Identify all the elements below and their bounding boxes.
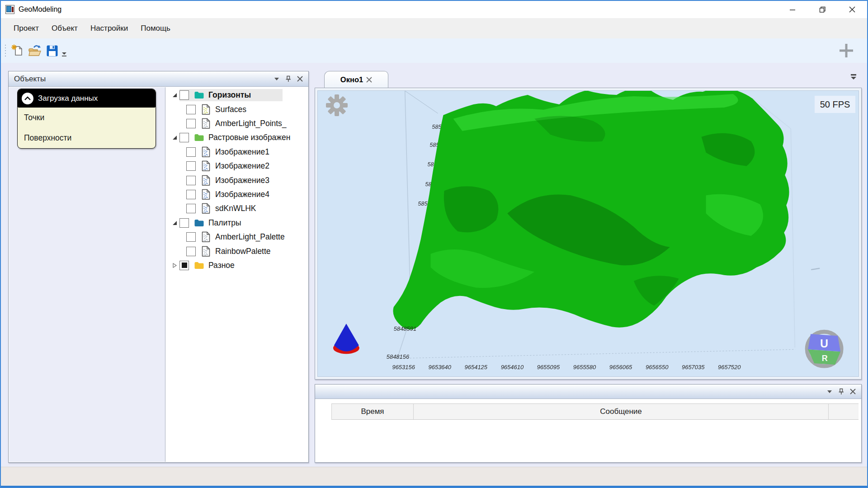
checkbox-izobrazhenie1[interactable] xyxy=(186,147,196,157)
new-project-button[interactable] xyxy=(9,42,26,60)
tree-node-amberlight-palette[interactable]: AmberLight_Palette xyxy=(166,230,308,244)
objects-panel-header[interactable]: Объекты xyxy=(9,71,308,87)
tree-node-amberlight-points[interactable]: AmberLight_Points_ xyxy=(166,117,308,131)
tab-list-dropdown[interactable] xyxy=(850,73,857,82)
checkbox-raznoe[interactable] xyxy=(179,261,189,270)
tree-node-palitry[interactable]: Палитры xyxy=(166,216,308,230)
main-toolbar xyxy=(1,38,867,63)
folder-icon xyxy=(193,91,204,99)
scene-canvas: 585255852058516585125850 58485915848156 xyxy=(318,91,859,376)
corner-axis-label: 5848591 xyxy=(394,325,416,332)
checkbox-surfaces[interactable] xyxy=(186,105,196,114)
x-axis-label: 9653640 xyxy=(429,364,452,371)
add-window-button[interactable] xyxy=(838,42,854,61)
document-icon xyxy=(200,104,211,115)
save-project-button[interactable] xyxy=(43,42,61,60)
toolbar-grip[interactable] xyxy=(5,44,6,57)
object-tree: ГоризонтыSurfacesAmberLight_Points_Растр… xyxy=(166,87,308,462)
window-title: GeoModeling xyxy=(19,5,61,14)
checkbox-rastrovye[interactable] xyxy=(179,133,189,142)
toolbar-overflow-button[interactable] xyxy=(61,51,67,59)
tree-node-sdknwlhk[interactable]: sdKnWLHK xyxy=(166,202,308,216)
column-header-extra xyxy=(829,404,859,419)
accordion-item-surfaces[interactable]: Поверхности xyxy=(18,128,156,148)
data-loading-zone: Загрузка данных ТочкиПоверхности xyxy=(9,87,165,462)
open-project-button[interactable] xyxy=(26,42,43,60)
tree-node-rainbow-palette[interactable]: RainbowPalette xyxy=(166,244,308,258)
x-axis-label: 9653156 xyxy=(392,364,415,371)
folder-icon xyxy=(193,261,204,270)
messages-panel-header[interactable] xyxy=(315,385,861,399)
open-folder-icon xyxy=(28,44,42,57)
document-icon xyxy=(200,146,211,158)
tree-node-izobrazhenie1[interactable]: Изображение1 xyxy=(166,145,308,159)
x-axis-label: 9657520 xyxy=(718,364,741,371)
tab-close-icon[interactable] xyxy=(366,77,372,83)
fps-counter: 50 FPS xyxy=(815,96,855,113)
app-icon xyxy=(5,5,14,14)
document-icon xyxy=(200,118,211,129)
accordion-item-points[interactable]: Точки xyxy=(18,108,156,128)
tree-node-surfaces[interactable]: Surfaces xyxy=(166,102,308,116)
panel-close-icon[interactable] xyxy=(297,76,303,82)
panel-menu-icon[interactable] xyxy=(827,390,832,394)
tree-node-label: Палитры xyxy=(208,218,241,228)
tree-node-izobrazhenie2[interactable]: Изображение2 xyxy=(166,159,308,173)
collapse-arrow-icon[interactable] xyxy=(170,135,179,140)
tree-node-label: Изображение1 xyxy=(215,147,269,157)
checkbox-izobrazhenie3[interactable] xyxy=(186,176,196,185)
checkbox-palitry[interactable] xyxy=(179,218,189,228)
panel-close-icon[interactable] xyxy=(850,389,856,394)
svg-text:R: R xyxy=(822,354,828,363)
tree-node-raznoe[interactable]: Разное xyxy=(166,258,308,272)
tree-node-gorizonty[interactable]: Горизонты xyxy=(166,88,308,102)
document-icon xyxy=(200,203,211,214)
x-axis-labels: 9653156965364096541259654610965509596555… xyxy=(392,364,741,371)
checkbox-amberlight-points[interactable] xyxy=(186,119,196,128)
checkbox-izobrazhenie2[interactable] xyxy=(186,161,196,171)
tree-node-label: sdKnWLHK xyxy=(215,204,256,213)
pin-icon[interactable] xyxy=(285,75,291,82)
restore-icon xyxy=(819,6,826,13)
tree-node-label: Разное xyxy=(208,261,235,270)
tree-node-rastrovye[interactable]: Растровые изображен xyxy=(166,131,308,145)
chevron-up-icon xyxy=(22,93,33,104)
restore-button[interactable] xyxy=(807,1,837,18)
menu-item-settings[interactable]: Настройки xyxy=(84,21,134,36)
checkbox-gorizonty[interactable] xyxy=(179,90,189,100)
viewport-3d[interactable]: 585255852058516585125850 58485915848156 xyxy=(317,90,859,377)
tree-node-izobrazhenie4[interactable]: Изображение4 xyxy=(166,188,308,202)
tree-node-label: RainbowPalette xyxy=(215,247,271,256)
new-document-icon xyxy=(11,44,24,57)
panel-splitter[interactable] xyxy=(309,71,315,463)
checkbox-izobrazhenie4[interactable] xyxy=(186,190,196,199)
messages-panel: Время Сообщение xyxy=(315,384,862,463)
viewport-settings-gear-icon[interactable] xyxy=(326,94,348,118)
menu-item-help[interactable]: Помощь xyxy=(134,21,177,36)
x-axis-label: 9656550 xyxy=(646,364,669,371)
document-icon xyxy=(200,246,211,257)
document-icon xyxy=(200,175,211,186)
expand-arrow-icon[interactable] xyxy=(170,263,179,268)
menu-item-object[interactable]: Объект xyxy=(45,21,84,36)
close-button[interactable] xyxy=(837,1,867,18)
panel-menu-icon[interactable] xyxy=(274,77,279,81)
tab-okno1[interactable]: Окно1 xyxy=(324,71,388,88)
checkbox-sdknwlhk[interactable] xyxy=(186,204,196,213)
terrain-surface xyxy=(393,91,789,329)
column-header-message[interactable]: Сообщение xyxy=(414,404,829,419)
column-header-time[interactable]: Время xyxy=(331,404,414,419)
collapse-arrow-icon[interactable] xyxy=(170,221,179,225)
pin-icon[interactable] xyxy=(838,388,844,395)
tree-node-label: Изображение2 xyxy=(215,161,269,171)
checkbox-rainbow-palette[interactable] xyxy=(186,247,196,256)
menu-item-project[interactable]: Проект xyxy=(7,21,45,36)
checkbox-amberlight-palette[interactable] xyxy=(186,232,196,242)
x-axis-label: 9657035 xyxy=(682,364,705,371)
tree-node-label: Растровые изображен xyxy=(208,133,290,142)
minimize-button[interactable] xyxy=(778,1,807,18)
collapse-arrow-icon[interactable] xyxy=(170,93,179,98)
tree-node-izobrazhenie3[interactable]: Изображение3 xyxy=(166,173,308,187)
document-icon xyxy=(200,231,211,243)
data-loading-accordion-header[interactable]: Загрузка данных xyxy=(18,89,156,108)
